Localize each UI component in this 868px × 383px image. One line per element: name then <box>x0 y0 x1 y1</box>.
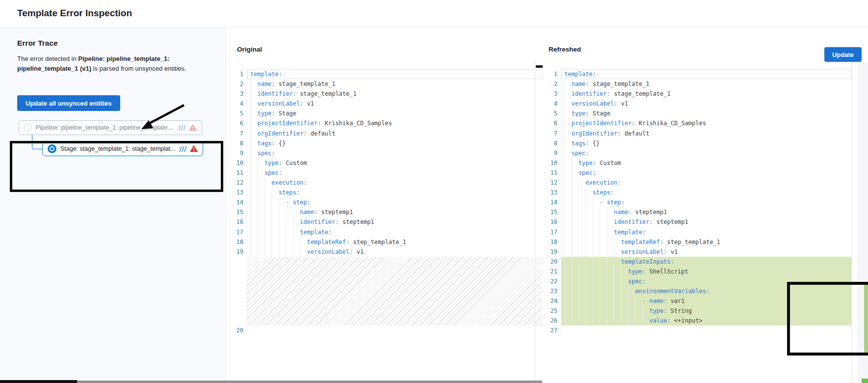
line-number: 13 <box>235 188 247 197</box>
line-number: 24 <box>549 296 561 306</box>
code-line: 6projectIdentifier: Krishika_CD_Samples <box>549 118 851 128</box>
line-number: 23 <box>549 286 561 296</box>
original-editor-divider <box>535 62 535 383</box>
radio-selected-icon[interactable] <box>48 144 56 153</box>
code-line: 5type: Stage <box>549 109 851 118</box>
code-line: 25type: String <box>549 306 851 316</box>
line-number: 10 <box>235 158 247 168</box>
overview-ruler[interactable] <box>857 62 868 383</box>
warning-icon-faded <box>189 124 197 131</box>
page-title: Template Error Inspection <box>17 8 132 19</box>
tree-connector <box>32 135 42 149</box>
line-number: 2 <box>235 79 247 89</box>
code-line: 10type: Custom <box>235 158 542 168</box>
error-trace-heading: Error Trace <box>17 39 58 48</box>
line-number: 16 <box>549 217 561 227</box>
original-code-editor[interactable]: 1template:2name: stage_template_13identi… <box>235 69 542 336</box>
code-line: 10type: Custom <box>549 158 851 168</box>
overview-ruler-added-mark <box>864 284 868 354</box>
line-number: 11 <box>235 168 247 178</box>
error-description: The error detected in Pipeline: pipeline… <box>17 54 192 74</box>
line-number: 14 <box>549 197 561 207</box>
line-number: 25 <box>549 306 561 316</box>
code-line: 26value: <+input> <box>549 316 851 326</box>
line-number: 10 <box>549 158 561 168</box>
code-line: 14- step: <box>235 197 542 207</box>
code-line: 27 <box>549 326 851 335</box>
line-number: 20 <box>235 326 247 335</box>
template-icon <box>180 146 186 152</box>
code-line: 7orgIdentifier: default <box>235 129 542 138</box>
code-line: 19versionLabel: v1 <box>235 247 542 257</box>
code-line: 15name: steptemp1 <box>235 207 542 217</box>
code-line: 3identifier: stage_template_1 <box>549 89 851 99</box>
refreshed-editor-divider <box>851 62 852 383</box>
radio-unselected-icon[interactable] <box>24 124 32 132</box>
refreshed-panel-title: Refreshed <box>549 46 581 53</box>
line-number: 7 <box>549 129 561 138</box>
line-number: 26 <box>549 316 561 326</box>
line-number: 7 <box>235 129 247 138</box>
line-number: 22 <box>549 276 561 286</box>
bottom-scrollbar-thumb[interactable] <box>0 380 77 383</box>
line-number: 12 <box>235 178 247 188</box>
code-line: 18templateRef: step_template_1 <box>549 237 851 247</box>
code-line: 13steps: <box>235 188 542 197</box>
code-line: 4versionLabel: v1 <box>549 99 851 109</box>
line-number: 15 <box>549 207 561 217</box>
code-line: 4versionLabel: v1 <box>235 99 542 109</box>
line-number: 3 <box>235 89 247 99</box>
line-number: 11 <box>549 168 561 178</box>
code-line: 11spec: <box>549 168 851 178</box>
code-line: 6projectIdentifier: Krishika_CD_Samples <box>235 118 542 128</box>
page-header: Template Error Inspection <box>0 0 868 28</box>
overview-cursor-mark <box>536 65 543 68</box>
code-line: 20templateInputs: <box>549 257 851 267</box>
line-number: 4 <box>235 99 247 109</box>
line-number: 17 <box>235 227 247 237</box>
code-line: 16identifier: steptemp1 <box>235 217 542 227</box>
refreshed-code-editor[interactable]: 1template:2name: stage_template_13identi… <box>549 69 851 336</box>
code-line: 14- step: <box>549 197 851 207</box>
code-line: 8tags: {} <box>235 138 542 148</box>
code-line: 21type: ShellScript <box>549 267 851 276</box>
update-all-unsynced-button[interactable]: Update all unsynced entities <box>17 95 120 111</box>
line-number: 3 <box>549 89 561 99</box>
diff-area: Original Refreshed Update 1template:2nam… <box>226 28 868 383</box>
code-line: 8tags: {} <box>549 138 851 148</box>
line-number: 2 <box>549 79 561 89</box>
code-line: 9spec: <box>549 148 851 158</box>
bottom-right-green-mark <box>862 379 868 383</box>
line-number: 21 <box>549 267 561 276</box>
line-number: 6 <box>235 118 247 128</box>
code-line: 19versionLabel: v1 <box>549 247 851 257</box>
pipeline-node-label: Pipeline: pipeline_template_1: pipeline_… <box>36 124 175 131</box>
line-number: 5 <box>235 109 247 118</box>
line-number: 12 <box>549 178 561 188</box>
template-icon <box>179 125 185 131</box>
code-line: 18templateRef: step_template_1 <box>235 237 542 247</box>
code-line: 12execution: <box>235 178 542 188</box>
code-line: 3identifier: stage_template_1 <box>235 89 542 99</box>
tree-node-pipeline[interactable]: Pipeline: pipeline_template_1: pipeline_… <box>19 120 202 135</box>
code-line: 15name: steptemp1 <box>549 207 851 217</box>
line-number: 20 <box>549 257 561 267</box>
code-line: 22spec: <box>549 276 851 286</box>
code-line: 17template: <box>549 227 851 237</box>
code-line: 13steps: <box>549 188 851 197</box>
line-number: 6 <box>549 118 561 128</box>
original-panel-title: Original <box>237 46 262 53</box>
code-line: 17template: <box>235 227 542 237</box>
update-button[interactable]: Update <box>824 47 862 62</box>
line-number: 15 <box>235 207 247 217</box>
collapsed-diff-region <box>235 257 542 326</box>
code-line: 23environmentVariables: <box>549 286 851 296</box>
tree-node-stage[interactable]: Stage: stage_template_1: stage_templat..… <box>42 141 203 156</box>
line-number: 9 <box>235 148 247 158</box>
bottom-scrollbar[interactable] <box>0 381 542 383</box>
code-line: 7orgIdentifier: default <box>549 129 851 138</box>
line-number: 8 <box>549 138 561 148</box>
line-number: 17 <box>549 227 561 237</box>
line-number: 9 <box>549 148 561 158</box>
code-line: 20 <box>235 326 542 335</box>
